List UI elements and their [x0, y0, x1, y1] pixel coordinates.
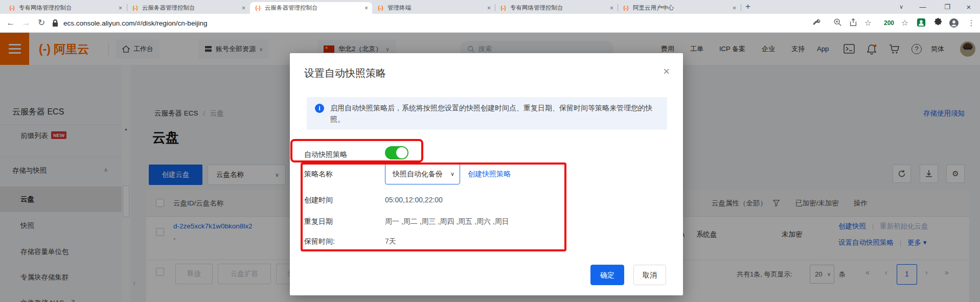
tab-separator	[741, 4, 741, 11]
window-minimize-button[interactable]: —	[915, 0, 930, 14]
annotation-rect-policy-fields	[301, 162, 566, 251]
browser-tab[interactable]: (-) 专有网络管理控制台 ×	[495, 2, 618, 14]
tab-close-icon[interactable]: ×	[119, 5, 122, 12]
tab-close-icon[interactable]: ×	[610, 5, 613, 12]
bookmark-star-icon[interactable]: ☆	[863, 18, 873, 28]
aliyun-favicon-icon: (-)	[254, 4, 262, 12]
back-icon[interactable]: ←	[4, 14, 17, 33]
browser-profile-avatar[interactable]	[949, 18, 959, 28]
share-icon[interactable]	[849, 18, 859, 28]
browser-tab-bar: (-) 专有网络管理控制台 × (-) 云服务器管理控制台 × (-) 云服务器…	[0, 0, 980, 14]
browser-tab[interactable]: (-) 云服务器管理控制台 ×	[127, 2, 249, 14]
tab-title: 专有网络管理控制台	[19, 4, 116, 12]
browser-tab-active[interactable]: (-) 云服务器管理控制台 ×	[250, 2, 372, 14]
password-key-icon[interactable]	[813, 18, 823, 28]
browser-tab[interactable]: (-) 阿里云用户中心 ×	[618, 2, 740, 14]
browser-tab[interactable]: (-) 专有网络管理控制台 ×	[4, 2, 126, 14]
zoom-page-icon[interactable]	[833, 18, 844, 28]
window-restore-button[interactable]: ❐	[940, 0, 955, 14]
forward-icon[interactable]: →	[19, 14, 33, 33]
tab-close-icon[interactable]: ×	[487, 5, 491, 12]
annotation-rect-toggle	[290, 139, 423, 162]
extensions-puzzle-icon[interactable]	[933, 18, 944, 28]
screen: (-) 专有网络管理控制台 × (-) 云服务器管理控制台 × (-) 云服务器…	[0, 0, 980, 302]
tab-title: 专有网络管理控制台	[510, 4, 607, 12]
url-text[interactable]: ecs.console.aliyun.com/#/disk/region/cn-…	[63, 14, 207, 33]
extension-person-icon[interactable]	[917, 18, 927, 28]
aliyun-favicon-icon: (-)	[499, 4, 507, 12]
browser-address-bar: ← → ↻ ecs.console.aliyun.com/#/disk/regi…	[0, 14, 980, 33]
extension-star-icon[interactable]: ☆	[900, 18, 910, 28]
tab-title: 云服务器管理控制台	[265, 4, 361, 12]
window-profile-chevron-icon[interactable]: ∨	[894, 0, 909, 14]
cancel-button[interactable]: 取消	[633, 265, 666, 285]
aliyun-favicon-icon: (-)	[131, 4, 139, 12]
lock-icon	[52, 19, 58, 27]
info-banner: i 启用自动快照策略后，系统将按照您设置的快照创建时间点、重复日期、保留时间等策…	[307, 97, 667, 130]
info-text: 启用自动快照策略后，系统将按照您设置的快照创建时间点、重复日期、保留时间等策略来…	[330, 104, 652, 123]
new-tab-button[interactable]: +	[745, 2, 750, 12]
browser-menu-icon[interactable]: ⋮	[966, 18, 976, 28]
info-icon: i	[315, 104, 324, 113]
modal-close-icon[interactable]: ×	[663, 66, 670, 77]
tab-title: 云服务器管理控制台	[142, 4, 239, 12]
aliyun-favicon-icon: (-)	[377, 4, 384, 12]
tab-close-icon[interactable]: ×	[364, 5, 368, 12]
aliyun-favicon-icon: (-)	[8, 4, 16, 12]
reload-icon[interactable]: ↻	[35, 14, 48, 33]
confirm-button[interactable]: 确定	[590, 265, 624, 285]
zoom-level-badge[interactable]: 200	[881, 18, 897, 28]
browser-tab[interactable]: (-) 管理终端 ×	[373, 2, 495, 14]
tab-title: 阿里云用户中心	[633, 4, 730, 12]
tab-close-icon[interactable]: ×	[733, 5, 736, 12]
modal-title: 设置自动快照策略	[304, 66, 386, 80]
tab-close-icon[interactable]: ×	[242, 5, 245, 12]
aliyun-favicon-icon: (-)	[622, 4, 630, 12]
window-close-button[interactable]: ×	[961, 0, 976, 14]
tab-title: 管理终端	[388, 4, 484, 12]
